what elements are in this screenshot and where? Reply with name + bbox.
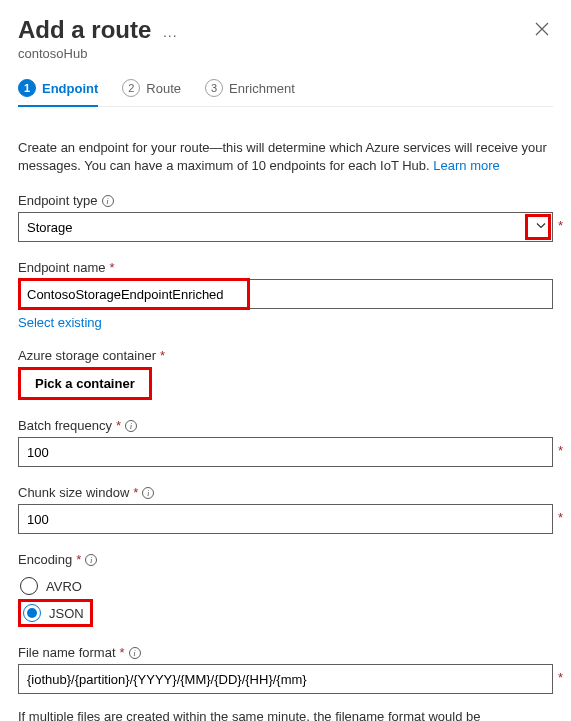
tab-endpoint[interactable]: 1 Endpoint	[18, 79, 98, 107]
batch-frequency-input[interactable]	[18, 437, 553, 467]
more-icon[interactable]: ···	[163, 27, 178, 43]
tab-route[interactable]: 2 Route	[122, 79, 181, 107]
required-indicator: *	[109, 260, 114, 275]
close-button[interactable]	[531, 16, 553, 45]
required-indicator: *	[558, 510, 563, 525]
required-indicator: *	[116, 418, 121, 433]
tab-label: Route	[146, 81, 181, 96]
filename-note: If multiple files are created within the…	[18, 708, 553, 721]
radio-icon	[23, 604, 41, 622]
description-text: Create an endpoint for your route—this w…	[18, 139, 553, 175]
batch-frequency-label: Batch frequency	[18, 418, 112, 433]
storage-container-label: Azure storage container	[18, 348, 156, 363]
endpoint-name-label: Endpoint name	[18, 260, 105, 275]
required-indicator: *	[133, 485, 138, 500]
required-indicator: *	[76, 552, 81, 567]
tab-enrichment[interactable]: 3 Enrichment	[205, 79, 295, 107]
tab-label: Endpoint	[42, 81, 98, 96]
pick-container-button[interactable]: Pick a container	[18, 367, 152, 400]
info-icon[interactable]: i	[102, 195, 114, 207]
tab-badge: 3	[205, 79, 223, 97]
info-icon[interactable]: i	[129, 647, 141, 659]
encoding-avro-radio[interactable]: AVRO	[18, 573, 553, 599]
filename-format-label: File name format	[18, 645, 116, 660]
wizard-tabs: 1 Endpoint 2 Route 3 Enrichment	[18, 79, 553, 107]
info-icon[interactable]: i	[125, 420, 137, 432]
close-icon	[535, 22, 549, 36]
radio-label: AVRO	[46, 579, 82, 594]
tab-label: Enrichment	[229, 81, 295, 96]
learn-more-link[interactable]: Learn more	[433, 158, 499, 173]
required-indicator: *	[160, 348, 165, 363]
radio-label: JSON	[49, 606, 84, 621]
encoding-label: Encoding	[18, 552, 72, 567]
endpoint-type-label: Endpoint type	[18, 193, 98, 208]
tab-badge: 1	[18, 79, 36, 97]
required-indicator: *	[558, 218, 563, 233]
tab-badge: 2	[122, 79, 140, 97]
required-indicator: *	[558, 443, 563, 458]
endpoint-name-input[interactable]	[18, 279, 553, 309]
info-icon[interactable]: i	[142, 487, 154, 499]
info-icon[interactable]: i	[85, 554, 97, 566]
required-indicator: *	[558, 670, 563, 685]
chunk-size-label: Chunk size window	[18, 485, 129, 500]
page-subtitle: contosoHub	[18, 46, 178, 61]
encoding-json-radio[interactable]: JSON	[23, 604, 84, 622]
page-title: Add a route	[18, 16, 151, 44]
endpoint-type-select[interactable]	[18, 212, 553, 242]
select-existing-link[interactable]: Select existing	[18, 315, 102, 330]
filename-format-input[interactable]	[18, 664, 553, 694]
chunk-size-input[interactable]	[18, 504, 553, 534]
required-indicator: *	[120, 645, 125, 660]
radio-icon	[20, 577, 38, 595]
